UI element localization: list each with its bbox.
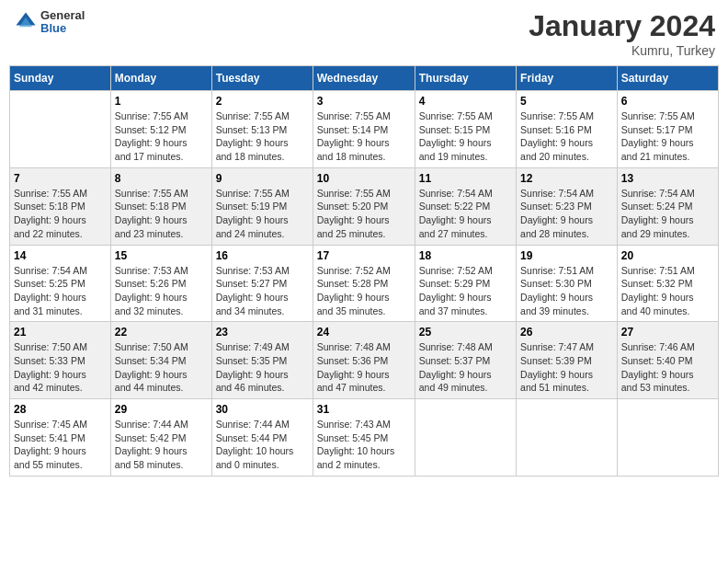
- calendar-cell: 23Sunrise: 7:49 AM Sunset: 5:35 PM Dayli…: [211, 322, 313, 399]
- day-number: 26: [520, 326, 613, 339]
- cell-info: Sunrise: 7:50 AM Sunset: 5:33 PM Dayligh…: [14, 340, 107, 395]
- cell-info: Sunrise: 7:55 AM Sunset: 5:14 PM Dayligh…: [317, 109, 411, 164]
- column-header-saturday: Saturday: [617, 66, 718, 91]
- calendar-cell: 21Sunrise: 7:50 AM Sunset: 5:33 PM Dayli…: [10, 322, 111, 399]
- calendar-cell: 18Sunrise: 7:52 AM Sunset: 5:29 PM Dayli…: [415, 245, 516, 322]
- day-number: 7: [14, 172, 107, 185]
- day-number: 9: [216, 172, 309, 185]
- calendar-cell: 19Sunrise: 7:51 AM Sunset: 5:30 PM Dayli…: [517, 245, 618, 322]
- calendar-cell: 12Sunrise: 7:54 AM Sunset: 5:23 PM Dayli…: [517, 167, 618, 245]
- column-header-tuesday: Tuesday: [211, 66, 313, 91]
- calendar-cell: 27Sunrise: 7:46 AM Sunset: 5:40 PM Dayli…: [617, 322, 718, 399]
- day-number: 10: [317, 172, 411, 185]
- logo: General Blue: [13, 9, 85, 36]
- calendar-cell: 5Sunrise: 7:55 AM Sunset: 5:16 PM Daylig…: [517, 91, 618, 168]
- calendar-week-row: 28Sunrise: 7:45 AM Sunset: 5:41 PM Dayli…: [10, 399, 719, 477]
- calendar-cell: 15Sunrise: 7:53 AM Sunset: 5:26 PM Dayli…: [110, 245, 211, 322]
- logo-blue-text: Blue: [40, 22, 85, 35]
- calendar-cell: 2Sunrise: 7:55 AM Sunset: 5:13 PM Daylig…: [211, 91, 313, 168]
- cell-info: Sunrise: 7:55 AM Sunset: 5:19 PM Dayligh…: [216, 187, 309, 241]
- cell-info: Sunrise: 7:51 AM Sunset: 5:30 PM Dayligh…: [520, 264, 613, 318]
- calendar-cell: 1Sunrise: 7:55 AM Sunset: 5:12 PM Daylig…: [110, 91, 211, 168]
- day-number: 6: [621, 95, 714, 108]
- cell-info: Sunrise: 7:49 AM Sunset: 5:35 PM Dayligh…: [216, 340, 309, 395]
- day-number: 8: [115, 172, 208, 185]
- calendar-cell: 20Sunrise: 7:51 AM Sunset: 5:32 PM Dayli…: [617, 245, 718, 322]
- cell-info: Sunrise: 7:47 AM Sunset: 5:39 PM Dayligh…: [520, 340, 613, 395]
- calendar-cell: 24Sunrise: 7:48 AM Sunset: 5:36 PM Dayli…: [313, 322, 415, 399]
- calendar-week-row: 21Sunrise: 7:50 AM Sunset: 5:33 PM Dayli…: [10, 322, 719, 399]
- calendar-week-row: 1Sunrise: 7:55 AM Sunset: 5:12 PM Daylig…: [10, 91, 719, 168]
- cell-info: Sunrise: 7:48 AM Sunset: 5:36 PM Dayligh…: [317, 340, 411, 395]
- calendar-week-row: 14Sunrise: 7:54 AM Sunset: 5:25 PM Dayli…: [10, 245, 719, 322]
- month-title: January 2024: [529, 9, 715, 43]
- calendar-header-row: SundayMondayTuesdayWednesdayThursdayFrid…: [10, 66, 719, 91]
- calendar-table: SundayMondayTuesdayWednesdayThursdayFrid…: [9, 65, 719, 477]
- day-number: 12: [520, 172, 613, 185]
- calendar-cell: 14Sunrise: 7:54 AM Sunset: 5:25 PM Dayli…: [10, 245, 111, 322]
- cell-info: Sunrise: 7:52 AM Sunset: 5:28 PM Dayligh…: [317, 264, 411, 318]
- cell-info: Sunrise: 7:55 AM Sunset: 5:18 PM Dayligh…: [14, 187, 107, 241]
- column-header-wednesday: Wednesday: [313, 66, 415, 91]
- calendar-cell: [617, 399, 718, 477]
- cell-info: Sunrise: 7:50 AM Sunset: 5:34 PM Dayligh…: [115, 340, 208, 395]
- day-number: 21: [14, 326, 107, 339]
- calendar-cell: [415, 399, 516, 477]
- calendar-cell: [10, 91, 111, 168]
- calendar-cell: 16Sunrise: 7:53 AM Sunset: 5:27 PM Dayli…: [211, 245, 313, 322]
- day-number: 30: [216, 403, 309, 416]
- cell-info: Sunrise: 7:44 AM Sunset: 5:42 PM Dayligh…: [115, 418, 208, 472]
- day-number: 13: [621, 172, 714, 185]
- logo-text: General Blue: [40, 9, 85, 36]
- column-header-friday: Friday: [517, 66, 618, 91]
- day-number: 3: [317, 95, 411, 108]
- day-number: 4: [419, 95, 512, 108]
- cell-info: Sunrise: 7:44 AM Sunset: 5:44 PM Dayligh…: [216, 418, 309, 472]
- cell-info: Sunrise: 7:55 AM Sunset: 5:18 PM Dayligh…: [115, 187, 208, 241]
- cell-info: Sunrise: 7:55 AM Sunset: 5:17 PM Dayligh…: [621, 109, 714, 164]
- calendar-cell: 9Sunrise: 7:55 AM Sunset: 5:19 PM Daylig…: [211, 167, 313, 245]
- column-header-monday: Monday: [110, 66, 211, 91]
- cell-info: Sunrise: 7:48 AM Sunset: 5:37 PM Dayligh…: [419, 340, 512, 395]
- calendar-cell: 29Sunrise: 7:44 AM Sunset: 5:42 PM Dayli…: [110, 399, 211, 477]
- calendar-cell: 13Sunrise: 7:54 AM Sunset: 5:24 PM Dayli…: [617, 167, 718, 245]
- page-header: General Blue January 2024 Kumru, Turkey: [9, 9, 719, 58]
- day-number: 11: [419, 172, 512, 185]
- calendar-cell: 11Sunrise: 7:54 AM Sunset: 5:22 PM Dayli…: [415, 167, 516, 245]
- day-number: 15: [115, 249, 208, 262]
- cell-info: Sunrise: 7:55 AM Sunset: 5:12 PM Dayligh…: [115, 109, 208, 164]
- cell-info: Sunrise: 7:51 AM Sunset: 5:32 PM Dayligh…: [621, 264, 714, 318]
- day-number: 29: [115, 403, 208, 416]
- day-number: 22: [115, 326, 208, 339]
- day-number: 1: [115, 95, 208, 108]
- cell-info: Sunrise: 7:55 AM Sunset: 5:20 PM Dayligh…: [317, 187, 411, 241]
- calendar-cell: 31Sunrise: 7:43 AM Sunset: 5:45 PM Dayli…: [313, 399, 415, 477]
- calendar-cell: 30Sunrise: 7:44 AM Sunset: 5:44 PM Dayli…: [211, 399, 313, 477]
- calendar-cell: 26Sunrise: 7:47 AM Sunset: 5:39 PM Dayli…: [517, 322, 618, 399]
- logo-general-text: General: [40, 9, 85, 22]
- calendar-week-row: 7Sunrise: 7:55 AM Sunset: 5:18 PM Daylig…: [10, 167, 719, 245]
- cell-info: Sunrise: 7:54 AM Sunset: 5:22 PM Dayligh…: [419, 187, 512, 241]
- day-number: 23: [216, 326, 309, 339]
- cell-info: Sunrise: 7:53 AM Sunset: 5:27 PM Dayligh…: [216, 264, 309, 318]
- cell-info: Sunrise: 7:43 AM Sunset: 5:45 PM Dayligh…: [317, 418, 411, 472]
- calendar-cell: 10Sunrise: 7:55 AM Sunset: 5:20 PM Dayli…: [313, 167, 415, 245]
- calendar-cell: 17Sunrise: 7:52 AM Sunset: 5:28 PM Dayli…: [313, 245, 415, 322]
- calendar-cell: [517, 399, 618, 477]
- calendar-cell: 25Sunrise: 7:48 AM Sunset: 5:37 PM Dayli…: [415, 322, 516, 399]
- day-number: 28: [14, 403, 107, 416]
- cell-info: Sunrise: 7:55 AM Sunset: 5:15 PM Dayligh…: [419, 109, 512, 164]
- cell-info: Sunrise: 7:45 AM Sunset: 5:41 PM Dayligh…: [14, 418, 107, 472]
- cell-info: Sunrise: 7:54 AM Sunset: 5:25 PM Dayligh…: [14, 264, 107, 318]
- day-number: 19: [520, 249, 613, 262]
- calendar-cell: 28Sunrise: 7:45 AM Sunset: 5:41 PM Dayli…: [10, 399, 111, 477]
- day-number: 17: [317, 249, 411, 262]
- day-number: 27: [621, 326, 714, 339]
- column-header-sunday: Sunday: [10, 66, 111, 91]
- day-number: 2: [216, 95, 309, 108]
- cell-info: Sunrise: 7:53 AM Sunset: 5:26 PM Dayligh…: [115, 264, 208, 318]
- day-number: 24: [317, 326, 411, 339]
- location-text: Kumru, Turkey: [529, 43, 715, 58]
- logo-icon: [13, 9, 39, 35]
- day-number: 31: [317, 403, 411, 416]
